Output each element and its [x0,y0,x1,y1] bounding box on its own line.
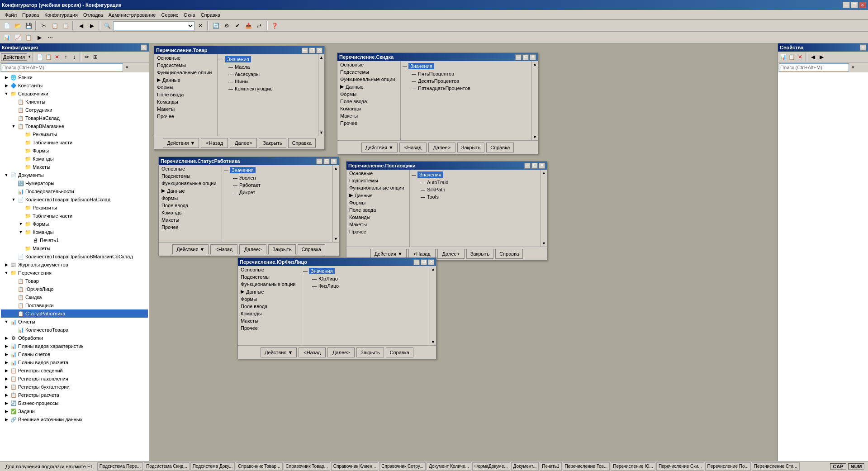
yfl-item-fopts[interactable]: Функциональные опции [238,281,301,288]
sk-val-15[interactable]: —ПятнадцатьПроцентов [412,85,530,92]
sr-znach-header[interactable]: Значения [230,167,256,173]
copy-icon[interactable]: 📋 [50,21,60,31]
publish-icon[interactable]: 📤 [243,21,253,31]
pst-item-formy[interactable]: Формы [346,199,409,206]
expand-f2[interactable]: ▼ [17,220,24,228]
dialog-pst-min[interactable]: — [524,163,531,169]
dialog-postavshiki-title[interactable]: Перечисление.Поставщики — ❐ ✕ [346,162,547,170]
tree-node-zadachi[interactable]: ▶ ✅ Задачи [1,407,148,415]
sk-val-10[interactable]: —ДесятьПроцентов [412,77,530,85]
menu-service[interactable]: Сервис [158,11,181,19]
p-up[interactable]: ↑ [62,53,70,61]
search-input[interactable] [1,63,123,71]
expand-vnesh[interactable]: ▶ [3,416,10,423]
tovar-btn-close[interactable]: Закрыть [259,138,286,148]
tree-node-ktpvms[interactable]: ▶ 📄 КоличествоТовараПрибылоВМагазинСоСкл… [1,252,148,261]
pst-item-pvvoda[interactable]: Поле ввода [346,206,409,214]
dialog-skidka-max[interactable]: ❐ [522,54,529,60]
dialog-pst-close-btn[interactable]: ✕ [539,163,545,169]
rp-icon2[interactable]: 📋 [787,53,796,61]
dialog-yfl-close-btn[interactable]: ✕ [428,259,434,265]
sr-item-komandy[interactable]: Команды [159,209,222,216]
tree-node-otchety[interactable]: ▼ 📊 Отчеты [1,318,148,326]
sr-item-podsistemy[interactable]: Подсистемы [159,172,222,180]
expand-ps[interactable]: ▶ [3,351,10,358]
tovar-val-kompl[interactable]: — Комплектующие [228,85,316,92]
tree-node-makety1[interactable]: ▶ 📁 Макеты [1,163,148,171]
dialog-yfl-min[interactable]: — [413,259,420,265]
expand-rs[interactable]: ▶ [3,367,10,374]
sk-item-makety[interactable]: Макеты [337,112,400,119]
sk-znach-header[interactable]: Значения [408,63,434,69]
config-icon[interactable]: ⚙ [222,21,232,31]
pst-item-podsistemy[interactable]: Подсистемы [346,177,409,184]
tovar-item-osnovnye[interactable]: Основные [154,54,217,62]
yfl-item-osnovnye[interactable]: Основные [238,266,301,273]
pst-val-autotraid[interactable]: —AutoTraid [421,179,539,186]
help-icon[interactable]: ❓ [270,21,280,31]
sk-item-pvvoda[interactable]: Поле ввода [337,98,400,105]
dialog-tovar-title[interactable]: Перечисление.Товар — ❐ ✕ [154,46,324,54]
tovar-val-shiny[interactable]: — Шины [228,78,316,85]
tree-node-kolichestvo-ot[interactable]: ▶ 📊 КоличествоТовара [1,326,148,334]
yfl-item-prochee[interactable]: Прочее [238,324,301,332]
task-3[interactable]: Подсистема Доку... [190,462,235,471]
tree-node-vnesh[interactable]: ▶ 🔗 Внешние источники данных [1,415,148,423]
dialog-tovar-max[interactable]: ❐ [309,48,315,53]
tree-node-tab1[interactable]: ▶ 📁 Табличные части [1,138,148,147]
pst-item-makety[interactable]: Макеты [346,221,409,228]
pst-btn-close[interactable]: Закрыть [466,249,493,259]
expand-rn[interactable]: ▶ [3,375,10,382]
tree-node-statusrabotnika[interactable]: ▶ 📋 СтатусРаботника [1,309,148,318]
minimize-button[interactable]: — [843,2,850,8]
tree-node-yurfl[interactable]: ▶ 📋 ЮрФизЛицо [1,285,148,293]
rp-icon5[interactable]: ▶ [817,53,825,61]
p-filter[interactable]: ⊞ [91,53,100,61]
paste-icon[interactable]: 📋 [61,21,71,31]
tree-node-spravochniki[interactable]: ▼ 📁 Справочники [1,90,148,98]
tree-node-komandy2[interactable]: ▼ 📁 Команды [1,228,148,236]
expand-konstanty[interactable]: ▶ [3,82,10,89]
expand-pvkh[interactable]: ▶ [3,343,10,350]
tree-node-klienty[interactable]: ▶ 📋 Клиенты [1,98,148,106]
tovar-val-masla[interactable]: — Масла [228,63,316,71]
tree-node-tns[interactable]: ▶ 📋 ТоварНаСклад [1,114,148,122]
menu-edit[interactable]: Правка [19,11,42,19]
sk-item-fopts[interactable]: Функциональные опции [337,76,400,83]
task-4[interactable]: Справочник Товар... [236,462,282,471]
search-combo[interactable] [113,21,194,30]
task-11[interactable]: Печать1 [540,462,561,471]
pst-item-osnovnye[interactable]: Основные [346,170,409,177]
task-14[interactable]: Перечисление Ски... [656,462,704,471]
tree-node-pvkh[interactable]: ▶ 📊 Планы видов характеристик [1,342,148,350]
tree-node-rb[interactable]: ▶ 📋 Регистры бухгалтерии [1,383,148,391]
sk-btn-help[interactable]: Справка [486,143,514,152]
rp-icon1[interactable]: 📊 [779,53,787,61]
dialog-tovar-min[interactable]: — [302,48,308,53]
task-9[interactable]: ФормаДокуме... [472,462,510,471]
rp-icon3[interactable]: ✕ [796,53,804,61]
expand-docs[interactable]: ▼ [3,171,10,179]
tree-node-zhurnaly[interactable]: ▶ 📰 Журналы документов [1,261,148,269]
task-8[interactable]: Документ Количе... [427,462,471,471]
pst-item-prochee[interactable]: Прочее [346,228,409,235]
expand-spravochniki[interactable]: ▼ [3,90,10,97]
task-13[interactable]: Перечисление Ю... [611,462,655,471]
tovar-item-pvvoda[interactable]: Поле ввода [154,91,217,98]
task-7[interactable]: Справочник Сотру... [379,462,426,471]
rp-search-input[interactable] [779,63,849,71]
dialog-sr-close-btn[interactable]: ✕ [331,158,337,164]
yfl-btn-help[interactable]: Справка [386,347,413,357]
tovar-item-komandy[interactable]: Команды [154,98,217,105]
tree-node-dokumenty[interactable]: ▼ 📄 Документы [1,171,148,179]
tovar-item-makety[interactable]: Макеты [154,105,217,113]
tovar-item-fopts[interactable]: Функциональные опции [154,69,217,76]
expand-ot[interactable]: ▼ [3,318,10,325]
sr-item-osnovnye[interactable]: Основные [159,165,222,172]
task-15[interactable]: Перечисление По... [705,462,751,471]
tree-node-rn[interactable]: ▶ 📋 Регистры накопления [1,375,148,383]
tree-node-konstanty[interactable]: ▶ 🔷 Константы [1,81,148,90]
sr-item-formy[interactable]: Формы [159,195,222,202]
restore-button[interactable]: ❐ [851,2,858,8]
search-clear-icon[interactable]: ✕ [124,64,130,71]
